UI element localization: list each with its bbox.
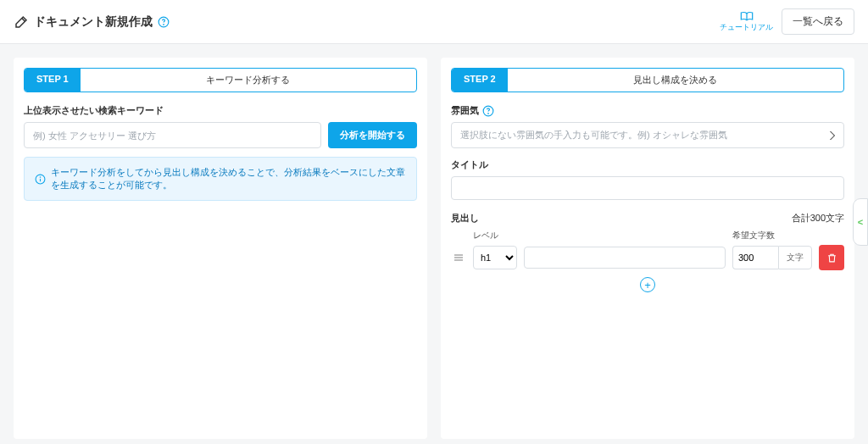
chars-input[interactable]	[732, 246, 778, 269]
delete-heading-button[interactable]	[819, 245, 844, 270]
workspace: STEP 1 キーワード分析する 上位表示させたい検索キーワード 分析を開始する…	[0, 44, 868, 444]
step2-header: STEP 2 見出し構成を決める	[451, 68, 844, 92]
tutorial-link[interactable]: チュートリアル	[720, 10, 773, 33]
page-header: ドキュメント新規作成 チュートリアル 一覧へ戻る	[0, 0, 868, 44]
add-heading-row: +	[451, 277, 844, 292]
svg-point-4	[40, 176, 41, 177]
chars-suffix: 文字	[778, 246, 812, 269]
help-icon[interactable]	[482, 105, 494, 117]
back-to-list-button[interactable]: 一覧へ戻る	[782, 8, 854, 35]
col-level-label: レベル	[473, 230, 517, 241]
info-text: キーワード分析をしてから見出し構成を決めることで、分析結果をベースにした文章を生…	[51, 166, 406, 191]
title-label: タイトル	[451, 158, 844, 171]
heading-level-select[interactable]: h1	[473, 246, 517, 269]
title-input[interactable]	[451, 176, 844, 200]
keyword-input-row: 分析を開始する	[24, 122, 417, 148]
edit-icon	[14, 14, 29, 30]
step1-tag: STEP 1	[25, 69, 81, 92]
page-title: ドキュメント新規作成	[34, 14, 153, 30]
heading-columns: レベル 希望文字数	[451, 230, 844, 241]
header-right: チュートリアル 一覧へ戻る	[720, 8, 854, 35]
info-box: キーワード分析をしてから見出し構成を決めることで、分析結果をベースにした文章を生…	[24, 157, 417, 201]
side-collapse-toggle[interactable]	[853, 198, 868, 246]
step1-title: キーワード分析する	[81, 69, 416, 92]
book-icon	[740, 10, 754, 22]
tutorial-label: チュートリアル	[720, 22, 773, 33]
info-icon	[35, 174, 46, 185]
atmosphere-label: 雰囲気	[451, 104, 479, 117]
plus-icon: +	[644, 280, 651, 291]
step1-panel: STEP 1 キーワード分析する 上位表示させたい検索キーワード 分析を開始する…	[14, 58, 427, 439]
header-left: ドキュメント新規作成	[14, 14, 170, 30]
svg-point-1	[164, 24, 164, 25]
heading-row: h1 文字	[451, 245, 844, 270]
keyword-label: 上位表示させたい検索キーワード	[24, 104, 417, 117]
step2-title: 見出し構成を決める	[508, 69, 843, 92]
heading-text-input[interactable]	[524, 247, 726, 269]
col-chars-label: 希望文字数	[732, 230, 812, 241]
drag-handle-icon[interactable]	[451, 253, 466, 263]
keyword-input[interactable]	[24, 122, 321, 148]
step1-header: STEP 1 キーワード分析する	[24, 68, 417, 92]
svg-point-6	[488, 113, 489, 114]
analyze-button[interactable]: 分析を開始する	[328, 122, 417, 148]
help-icon[interactable]	[158, 16, 170, 28]
chars-group: 文字	[732, 246, 812, 269]
atmosphere-label-row: 雰囲気	[451, 104, 844, 117]
atmosphere-select[interactable]: 選択肢にない雰囲気の手入力も可能です。例) オシャレな雰囲気	[451, 122, 844, 148]
step2-panel: STEP 2 見出し構成を決める 雰囲気 選択肢にない雰囲気の手入力も可能です。…	[441, 58, 854, 439]
trash-icon	[826, 253, 837, 264]
heading-label: 見出し	[451, 212, 479, 225]
headings-header: 見出し 合計300文字	[451, 212, 844, 225]
char-count: 合計300文字	[792, 212, 844, 225]
step2-tag: STEP 2	[452, 69, 508, 92]
add-heading-button[interactable]: +	[640, 277, 655, 292]
